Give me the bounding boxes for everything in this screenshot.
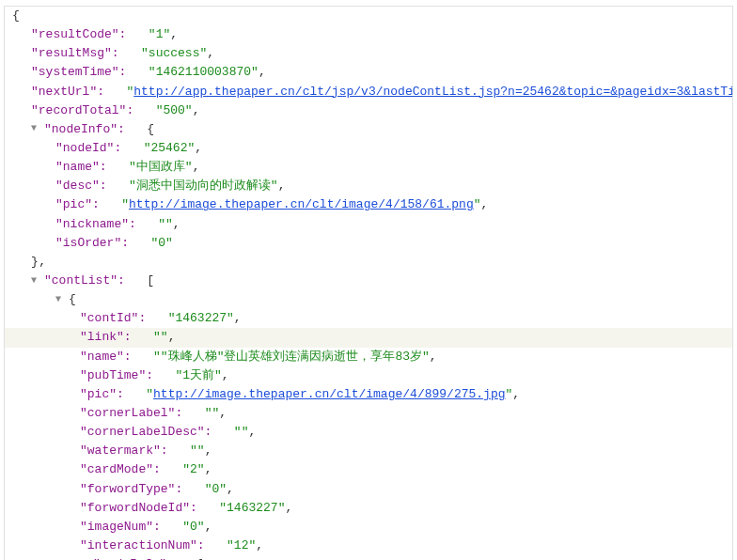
field-systemTime: "systemTime": "1462110003870", <box>5 63 732 82</box>
brace-open: { <box>5 7 732 25</box>
field-contList: ▼"contList": [ <box>5 272 732 290</box>
field-pubTime: "pubTime": "1天前", <box>5 366 732 385</box>
field-watermark: "watermark": "", <box>5 442 732 460</box>
cont-pic-link[interactable]: http://image.thepaper.cn/clt/image/4/899… <box>153 387 505 401</box>
field-link-highlighted[interactable]: "link": "", <box>5 328 732 347</box>
field-resultMsg: "resultMsg": "success", <box>5 44 732 63</box>
field-resultCode: "resultCode": "1", <box>5 25 732 44</box>
field-cornerLabel: "cornerLabel": "", <box>5 404 732 423</box>
field-desc: "desc": "洞悉中国动向的时政解读", <box>5 177 732 195</box>
field-forwordType: "forwordType": "0", <box>5 480 732 499</box>
field-isOrder: "isOrder": "0" <box>5 234 732 253</box>
field-nodeInfo-nested: ▼"nodeInfo": { <box>5 555 732 560</box>
field-interactionNum: "interactionNum": "12", <box>5 537 732 555</box>
field-nodeId: "nodeId": "25462", <box>5 139 732 158</box>
brace-close-nodeInfo: }, <box>5 253 732 272</box>
field-pic-cont: "pic": "http://image.thepaper.cn/clt/ima… <box>5 385 732 404</box>
field-pic: "pic": "http://image.thepaper.cn/clt/ima… <box>5 195 732 214</box>
field-imageNum: "imageNum": "0", <box>5 518 732 537</box>
field-nodeInfo: ▼"nodeInfo": { <box>5 120 732 139</box>
field-name-cont: "name": ""珠峰人梯"登山英雄刘连满因病逝世，享年83岁", <box>5 348 732 366</box>
toggle-icon[interactable]: ▼ <box>55 295 65 304</box>
nextUrl-link[interactable]: http://app.thepaper.cn/clt/jsp/v3/nodeCo… <box>133 85 733 99</box>
field-cardMode: "cardMode": "2", <box>5 460 732 479</box>
toggle-icon[interactable]: ▼ <box>31 276 40 286</box>
field-nextUrl: "nextUrl": "http://app.thepaper.cn/clt/j… <box>5 83 732 101</box>
array-item-open: ▼{ <box>5 290 732 309</box>
json-viewer: { "resultCode": "1", "resultMsg": "succe… <box>4 6 733 560</box>
field-contId: "contId": "1463227", <box>5 309 732 328</box>
field-nickname: "nickname": "", <box>5 215 732 234</box>
field-recordTotal: "recordTotal": "500", <box>5 101 732 120</box>
field-cornerLabelDesc: "cornerLabelDesc": "", <box>5 423 732 442</box>
toggle-icon[interactable]: ▼ <box>31 124 40 133</box>
field-forwordNodeId: "forwordNodeId": "1463227", <box>5 499 732 518</box>
nodeInfo-pic-link[interactable]: http://image.thepaper.cn/clt/image/4/158… <box>129 197 474 211</box>
field-name: "name": "中国政库", <box>5 158 732 177</box>
